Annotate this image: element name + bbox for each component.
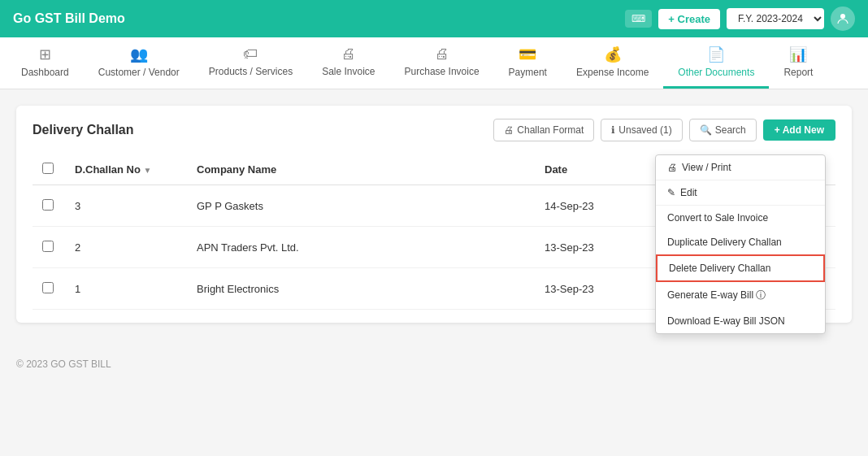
select-all-checkbox[interactable] (42, 163, 54, 174)
action-dropdown-menu: 🖨 View / Print ✎ Edit Convert to Sale In… (655, 154, 826, 334)
unsaved-label: Unsaved (1) (618, 124, 671, 136)
row3-checkbox[interactable] (42, 282, 54, 293)
col-header-company: Company Name (187, 154, 535, 185)
top-header: Go GST Bill Demo ⌨ + Create F.Y. 2023-20… (0, 0, 868, 37)
page-actions: 🖨 Challan Format ℹ Unsaved (1) 🔍 Search … (493, 119, 835, 141)
sidebar-item-payment[interactable]: 💳 Payment (494, 37, 562, 89)
convert-sale-button[interactable]: Convert to Sale Invoice (656, 206, 825, 230)
nav-label-documents: Other Documents (678, 67, 754, 78)
sidebar-item-products-services[interactable]: 🏷 Products / Services (194, 37, 307, 89)
row2-company: APN Traders Pvt. Ltd. (187, 227, 535, 268)
app-title: Go GST Bill Demo (13, 11, 125, 26)
row3-checkbox-cell (33, 268, 65, 310)
convert-sale-label: Convert to Sale Invoice (667, 212, 768, 224)
page-header: Delivery Challan 🖨 Challan Format ℹ Unsa… (33, 119, 835, 141)
generate-eway-label: Generate E-way Bill ⓘ (667, 289, 766, 302)
view-print-button[interactable]: 🖨 View / Print (656, 155, 825, 180)
documents-icon: 📄 (707, 46, 725, 63)
data-table: D.Challan No ▼ Company Name Date Total A… (33, 154, 835, 310)
svg-point-0 (840, 14, 845, 19)
row3-company: Bright Electronics (187, 268, 535, 310)
challan-format-label: Challan Format (517, 124, 584, 136)
delete-label: Delete Delivery Challan (669, 263, 770, 274)
sale-icon: 🖨 (341, 46, 356, 63)
generate-eway-button[interactable]: Generate E-way Bill ⓘ (656, 282, 825, 309)
row1-checkbox-cell (33, 185, 65, 227)
expense-icon: 💰 (604, 46, 622, 63)
dropdown-edit-button[interactable]: ✎ Edit (656, 180, 825, 206)
row2-checkbox-cell (33, 227, 65, 268)
row1-challan-no: 3 (65, 185, 187, 227)
row2-checkbox[interactable] (42, 241, 54, 252)
challan-format-button[interactable]: 🖨 Challan Format (493, 119, 594, 141)
row3-challan-no: 1 (65, 268, 187, 310)
nav-bar: ⊞ Dashboard 👥 Customer / Vendor 🏷 Produc… (0, 37, 868, 89)
row2-date: 13-Sep-23 (535, 227, 632, 268)
page-card: Delivery Challan 🖨 Challan Format ℹ Unsa… (16, 106, 852, 323)
sort-arrow-icon: ▼ (144, 166, 152, 175)
fy-selector[interactable]: F.Y. 2023-2024 F.Y. 2022-2023 (727, 8, 824, 29)
search-label: Search (715, 124, 746, 136)
sidebar-item-dashboard[interactable]: ⊞ Dashboard (7, 37, 84, 89)
dropdown-edit-label: Edit (680, 187, 697, 198)
main-content: Delivery Challan 🖨 Challan Format ℹ Unsa… (0, 89, 868, 339)
nav-label-sale: Sale Invoice (322, 66, 375, 77)
duplicate-button[interactable]: Duplicate Delivery Challan (656, 230, 825, 254)
nav-label-report: Report (783, 67, 813, 78)
header-right: ⌨ + Create F.Y. 2023-2024 F.Y. 2022-2023 (625, 7, 855, 31)
col-header-checkbox (33, 154, 65, 185)
page-footer: © 2023 GO GST BILL (0, 345, 868, 383)
dashboard-icon: ⊞ (39, 46, 51, 63)
delete-button[interactable]: Delete Delivery Challan (656, 254, 825, 282)
duplicate-label: Duplicate Delivery Challan (667, 237, 782, 248)
page-title: Delivery Challan (33, 123, 134, 137)
keyboard-icon[interactable]: ⌨ (625, 10, 652, 28)
edit-icon: ✎ (667, 187, 675, 198)
sidebar-item-customer-vendor[interactable]: 👥 Customer / Vendor (84, 37, 194, 89)
search-button[interactable]: 🔍 Search (689, 119, 757, 141)
table-row: 3 GP P Gaskets 14-Sep-23 7,840.00 🖨 View… (33, 185, 835, 227)
sidebar-item-other-documents[interactable]: 📄 Other Documents (663, 37, 769, 89)
payment-icon: 💳 (519, 46, 536, 63)
create-button[interactable]: + Create (658, 9, 720, 29)
col-header-challan[interactable]: D.Challan No ▼ (65, 154, 187, 185)
col-header-date: Date (535, 154, 632, 185)
products-icon: 🏷 (243, 46, 258, 63)
download-eway-label: Download E-way Bill JSON (667, 315, 785, 327)
row1-action-cell: 🖨 View / Print ✎ Edit Convert to Sale In… (714, 185, 835, 227)
nav-label-products: Products / Services (209, 66, 293, 77)
unsaved-button[interactable]: ℹ Unsaved (1) (601, 119, 682, 141)
purchase-icon: 🖨 (435, 46, 449, 63)
nav-label-purchase: Purchase Invoice (405, 66, 480, 77)
nav-label-expense: Expense Income (576, 67, 649, 78)
printer-icon: 🖨 (504, 124, 514, 136)
copyright-text: © 2023 GO GST BILL (16, 358, 111, 370)
view-print-label: View / Print (682, 162, 731, 173)
row1-checkbox[interactable] (42, 199, 54, 211)
sidebar-item-expense-income[interactable]: 💰 Expense Income (562, 37, 663, 89)
sidebar-item-purchase-invoice[interactable]: 🖨 Purchase Invoice (390, 37, 494, 89)
nav-label-dashboard: Dashboard (21, 67, 69, 78)
row1-date: 14-Sep-23 (535, 185, 632, 227)
sidebar-item-sale-invoice[interactable]: 🖨 Sale Invoice (307, 37, 389, 89)
nav-label-payment: Payment (509, 67, 547, 78)
customer-icon: 👥 (130, 46, 148, 63)
download-eway-button[interactable]: Download E-way Bill JSON (656, 309, 825, 333)
add-new-button[interactable]: + Add New (763, 119, 835, 141)
sidebar-item-report[interactable]: 📊 Report (769, 37, 827, 89)
user-avatar[interactable] (831, 7, 855, 31)
search-icon: 🔍 (700, 124, 712, 136)
unsaved-icon: ℹ (611, 124, 615, 136)
nav-label-customer: Customer / Vendor (98, 67, 180, 78)
row3-date: 13-Sep-23 (535, 268, 632, 310)
report-icon: 📊 (789, 46, 807, 63)
row1-company: GP P Gaskets (187, 185, 535, 227)
row2-challan-no: 2 (65, 227, 187, 268)
print-icon: 🖨 (667, 162, 677, 173)
